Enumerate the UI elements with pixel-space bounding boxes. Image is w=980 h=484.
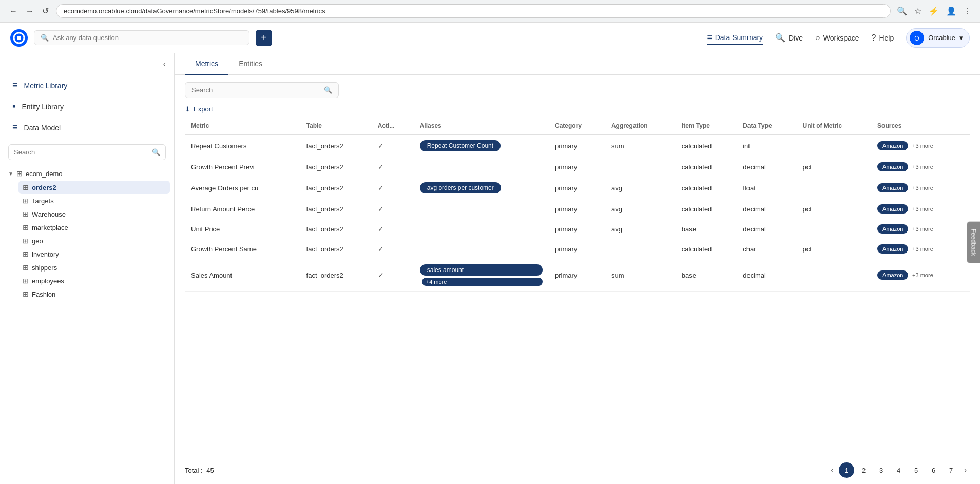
source-badge[interactable]: Amazon: [877, 204, 908, 214]
source-badge[interactable]: Amazon: [877, 141, 908, 150]
cell-metric: Average Orders per cu: [185, 177, 300, 199]
page-button-5[interactable]: 5: [909, 462, 924, 478]
nav-dive[interactable]: 🔍 Dive: [775, 31, 803, 45]
global-search-input[interactable]: [53, 34, 243, 42]
alias-badge[interactable]: avg orders per customer: [420, 182, 501, 193]
tree-targets-icon: ⊞: [23, 197, 29, 205]
page-button-6[interactable]: 6: [926, 462, 941, 478]
cell-data-type: int: [737, 135, 796, 157]
sidebar-collapse-button[interactable]: ‹: [163, 60, 166, 69]
user-dropdown-icon: ▾: [959, 34, 963, 42]
tree-item-fashion[interactable]: ⊞ Fashion: [18, 287, 170, 301]
source-badge[interactable]: Amazon: [877, 270, 908, 280]
tree-fashion-label: Fashion: [32, 291, 55, 298]
tree-geo-icon: ⊞: [23, 237, 29, 245]
app-header: 🔍 + ≡ Data Summary 🔍 Dive ○ Workspace ? …: [0, 23, 980, 53]
source-more[interactable]: +3 more: [912, 185, 933, 191]
page-button-1[interactable]: 1: [839, 462, 854, 478]
nav-data-summary[interactable]: ≡ Data Summary: [707, 31, 763, 45]
add-button[interactable]: +: [256, 30, 272, 46]
reload-button[interactable]: ↺: [39, 4, 52, 18]
tree-root-label: ecom_demo: [26, 170, 63, 178]
table-search-input[interactable]: [191, 86, 320, 94]
col-aliases: Aliases: [414, 117, 549, 135]
user-avatar: O: [910, 31, 924, 45]
metric-library-icon: ≡: [12, 80, 18, 91]
cell-category: primary: [549, 199, 605, 219]
browser-star-icon[interactable]: ☆: [912, 4, 924, 18]
tree-item-geo[interactable]: ⊞ geo: [18, 234, 170, 247]
page-button-3[interactable]: 3: [874, 462, 889, 478]
tree-expand-arrow: ▼: [8, 171, 13, 177]
source-more[interactable]: +3 more: [912, 143, 933, 149]
sidebar-metric-library-label: Metric Library: [24, 82, 68, 90]
table-row: Repeat Customers fact_orders2 ✓ Repeat C…: [185, 135, 970, 157]
sidebar-search-bar[interactable]: 🔍: [8, 144, 166, 160]
tab-entities[interactable]: Entities: [228, 53, 273, 75]
source-more[interactable]: +3 more: [912, 206, 933, 212]
tree-item-warehouse[interactable]: ⊞ Warehouse: [18, 207, 170, 221]
tree-item-inventory[interactable]: ⊞ inventory: [18, 247, 170, 261]
app-logo[interactable]: [10, 29, 28, 47]
source-badge[interactable]: Amazon: [877, 162, 908, 171]
source-badge[interactable]: Amazon: [877, 183, 908, 192]
cell-item-type: calculated: [676, 239, 737, 259]
tree-item-employees[interactable]: ⊞ employees: [18, 274, 170, 287]
feedback-tab[interactable]: Feedback: [967, 221, 980, 263]
active-checkmark: ✓: [378, 245, 384, 253]
forward-button[interactable]: →: [23, 4, 37, 18]
tree-item-targets[interactable]: ⊞ Targets: [18, 194, 170, 207]
aliases-cell: sales amount +4 more: [420, 264, 543, 286]
tree-item-orders2[interactable]: ⊞ orders2: [18, 181, 170, 194]
tree-item-shippers[interactable]: ⊞ shippers: [18, 261, 170, 274]
page-button-7[interactable]: 7: [944, 462, 959, 478]
alias-badge[interactable]: Repeat Customer Count: [420, 140, 501, 151]
sidebar-item-entity-library[interactable]: ▪ Entity Library: [4, 96, 170, 117]
data-summary-icon: ≡: [707, 33, 712, 42]
browser-search-icon[interactable]: 🔍: [895, 4, 909, 18]
tab-metrics[interactable]: Metrics: [185, 53, 228, 75]
tab-entities-label: Entities: [239, 60, 262, 68]
browser-menu-icon[interactable]: ⋮: [962, 4, 974, 18]
next-page-button[interactable]: ›: [961, 463, 970, 477]
browser-profile-icon[interactable]: 👤: [944, 4, 958, 18]
tree-item-marketplace[interactable]: ⊞ marketplace: [18, 221, 170, 234]
browser-extension-icon[interactable]: ⚡: [927, 4, 941, 18]
entity-library-icon: ▪: [12, 101, 15, 112]
sidebar-search-input[interactable]: [14, 148, 149, 156]
metrics-table: Metric Table Acti... Aliases Category Ag…: [185, 117, 970, 292]
sidebar-item-data-model[interactable]: ≡ Data Model: [4, 117, 170, 138]
url-bar[interactable]: [56, 4, 891, 18]
cell-sources: Amazon +3 more: [871, 239, 970, 259]
page-button-2[interactable]: 2: [856, 462, 872, 478]
content-tabs: Metrics Entities: [175, 53, 980, 75]
table-search-bar[interactable]: 🔍: [185, 82, 339, 98]
source-badge[interactable]: Amazon: [877, 224, 908, 234]
back-button[interactable]: ←: [6, 4, 21, 18]
source-more[interactable]: +3 more: [912, 272, 933, 278]
sidebar-item-metric-library[interactable]: ≡ Metric Library: [4, 75, 170, 96]
source-more[interactable]: +3 more: [912, 226, 933, 232]
user-badge[interactable]: O Orcablue ▾: [906, 28, 970, 48]
source-more[interactable]: +3 more: [912, 246, 933, 252]
export-button[interactable]: ⬇ Export: [185, 105, 213, 113]
browser-bar: ← → ↺ 🔍 ☆ ⚡ 👤 ⋮: [0, 0, 980, 23]
export-label: Export: [194, 105, 213, 113]
tree-targets-label: Targets: [32, 197, 54, 205]
aliases-more-badge[interactable]: +4 more: [422, 278, 543, 286]
cell-metric: Sales Amount: [185, 259, 300, 292]
nav-help[interactable]: ? Help: [872, 31, 894, 45]
tree-root-ecom-demo[interactable]: ▼ ⊞ ecom_demo: [4, 166, 170, 181]
page-button-4[interactable]: 4: [891, 462, 907, 478]
prev-page-button[interactable]: ‹: [828, 463, 836, 477]
sidebar-navigation: ≡ Metric Library ▪ Entity Library ≡ Data…: [0, 75, 174, 138]
cell-table: fact_orders2: [300, 239, 372, 259]
cell-sources: Amazon +3 more: [871, 135, 970, 157]
alias-badge[interactable]: sales amount: [420, 264, 543, 276]
source-more[interactable]: +3 more: [912, 164, 933, 170]
cell-aggregation: sum: [605, 259, 676, 292]
source-badge[interactable]: Amazon: [877, 244, 908, 254]
global-search-bar[interactable]: 🔍: [34, 30, 249, 45]
nav-workspace[interactable]: ○ Workspace: [815, 31, 859, 45]
col-actions: Acti...: [372, 117, 414, 135]
